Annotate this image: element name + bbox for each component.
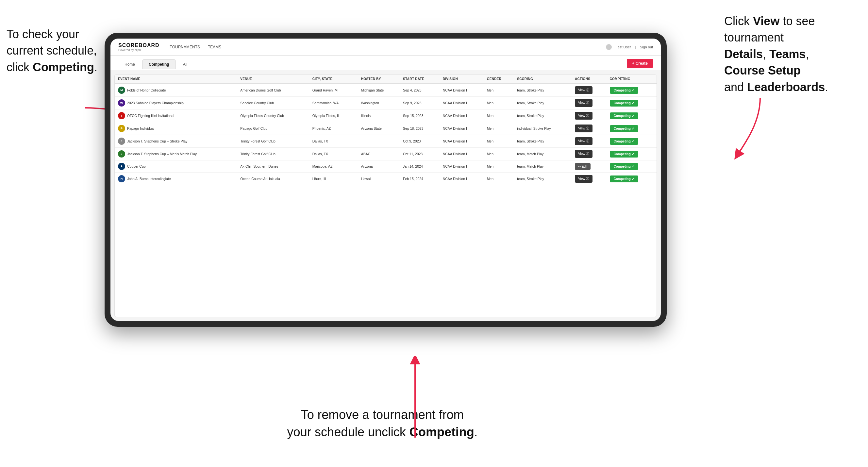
tablet-screen: SCOREBOARD Powered by clipd TOURNAMENTS …: [111, 38, 661, 321]
col-gender: GENDER: [484, 74, 514, 84]
start-date-cell: Sep 9, 2023: [400, 97, 439, 110]
competing-button[interactable]: Competing ✓: [610, 163, 638, 170]
signout-link[interactable]: Sign out: [640, 45, 653, 49]
division-cell: NCAA Division I: [439, 84, 484, 97]
competing-cell: Competing ✓: [607, 135, 656, 148]
hosted-by-cell: Arizona: [358, 160, 400, 173]
city-state-cell: Maricopa, AZ: [309, 160, 358, 173]
gender-cell: Men: [484, 135, 514, 148]
col-competing: COMPETING: [607, 74, 656, 84]
gender-cell: Men: [484, 148, 514, 160]
nav-links: TOURNAMENTS TEAMS: [170, 45, 606, 49]
competing-button[interactable]: Competing ✓: [610, 125, 638, 132]
actions-cell: View ⓘ: [571, 122, 607, 135]
view-button[interactable]: View ⓘ: [575, 150, 592, 158]
event-name-cell: W2023 Sahalee Players Championship: [115, 97, 237, 110]
edit-button[interactable]: ✏ Edit: [575, 163, 591, 170]
gender-cell: Men: [484, 97, 514, 110]
actions-cell: View ⓘ: [571, 110, 607, 122]
col-venue: VENUE: [237, 74, 309, 84]
view-button[interactable]: View ⓘ: [575, 137, 592, 145]
competing-cell: Competing ✓: [607, 173, 656, 185]
nav-tournaments[interactable]: TOURNAMENTS: [170, 45, 200, 49]
actions-cell: View ⓘ: [571, 97, 607, 110]
scoring-cell: team, Match Play: [514, 148, 571, 160]
competing-button[interactable]: Competing ✓: [610, 151, 638, 157]
competing-cell: Competing ✓: [607, 160, 656, 173]
start-date-cell: Sep 18, 2023: [400, 122, 439, 135]
scoring-cell: team, Stroke Play: [514, 84, 571, 97]
competing-button[interactable]: Competing ✓: [610, 113, 638, 119]
start-date-cell: Sep 4, 2023: [400, 84, 439, 97]
competing-cell: Competing ✓: [607, 110, 656, 122]
competing-cell: Competing ✓: [607, 84, 656, 97]
hosted-by-cell: Washington: [358, 97, 400, 110]
venue-cell: Papago Golf Club: [237, 122, 309, 135]
start-date-cell: Oct 11, 2023: [400, 148, 439, 160]
view-button[interactable]: View ⓘ: [575, 99, 592, 107]
table-row: ACopper CupAk-Chin Southern DunesMaricop…: [115, 160, 656, 173]
city-state-cell: Phoenix, AZ: [309, 122, 358, 135]
col-actions: ACTIONS: [571, 74, 607, 84]
hosted-by-cell: Michigan State: [358, 84, 400, 97]
event-name-cell: JJackson T. Stephens Cup – Stroke Play: [115, 135, 237, 148]
competing-button[interactable]: Competing ✓: [610, 100, 638, 106]
event-name-cell: ACopper Cup: [115, 160, 237, 173]
event-name-cell: JJackson T. Stephens Cup – Men's Match P…: [115, 148, 237, 160]
competing-button[interactable]: Competing ✓: [610, 87, 638, 94]
hosted-by-cell: [358, 135, 400, 148]
competing-cell: Competing ✓: [607, 97, 656, 110]
scoring-cell: team, Match Play: [514, 160, 571, 173]
tablet-frame: SCOREBOARD Powered by clipd TOURNAMENTS …: [104, 33, 667, 327]
event-name-cell: PPapago Individual: [115, 122, 237, 135]
event-name-cell: MFolds of Honor Collegiate: [115, 84, 237, 97]
table-row: MFolds of Honor CollegiateAmerican Dunes…: [115, 84, 656, 97]
start-date-cell: Sep 15, 2023: [400, 110, 439, 122]
gender-cell: Men: [484, 160, 514, 173]
scoring-cell: individual, Stroke Play: [514, 122, 571, 135]
scoring-cell: team, Stroke Play: [514, 110, 571, 122]
table-row: JJackson T. Stephens Cup – Men's Match P…: [115, 148, 656, 160]
city-state-cell: Sammamish, WA: [309, 97, 358, 110]
event-name-cell: HJohn A. Burns Intercollegiate: [115, 173, 237, 185]
gender-cell: Men: [484, 110, 514, 122]
view-button[interactable]: View ⓘ: [575, 175, 592, 183]
tab-all[interactable]: All: [177, 60, 193, 69]
actions-cell: View ⓘ: [571, 84, 607, 97]
hosted-by-cell: Arizona State: [358, 122, 400, 135]
hosted-by-cell: Hawaii: [358, 173, 400, 185]
gender-cell: Men: [484, 84, 514, 97]
tab-competing[interactable]: Competing: [143, 60, 176, 69]
nav-teams[interactable]: TEAMS: [208, 45, 221, 49]
view-button[interactable]: View ⓘ: [575, 112, 592, 120]
gender-cell: Men: [484, 122, 514, 135]
create-button[interactable]: + Create: [627, 59, 653, 68]
tab-bar: Home Competing All + Create: [111, 56, 661, 70]
hosted-by-cell: Illinois: [358, 110, 400, 122]
view-button[interactable]: View ⓘ: [575, 125, 592, 132]
venue-cell: Sahalee Country Club: [237, 97, 309, 110]
venue-cell: American Dunes Golf Club: [237, 84, 309, 97]
start-date-cell: Feb 15, 2024: [400, 173, 439, 185]
annotation-competing-bold: Competing: [33, 60, 94, 74]
division-cell: NCAA Division I: [439, 110, 484, 122]
col-start-date: START DATE: [400, 74, 439, 84]
brand-title: SCOREBOARD: [118, 42, 159, 49]
annotation-top-right: Click View to seetournamentDetails, Team…: [724, 13, 862, 95]
city-state-cell: Grand Haven, MI: [309, 84, 358, 97]
tournaments-table: EVENT NAME VENUE CITY, STATE HOSTED BY S…: [115, 74, 656, 185]
competing-button[interactable]: Competing ✓: [610, 176, 638, 182]
competing-button[interactable]: Competing ✓: [610, 138, 638, 145]
table-row: IOFCC Fighting Illini InvitationalOlympi…: [115, 110, 656, 122]
venue-cell: Trinity Forest Golf Club: [237, 148, 309, 160]
actions-cell: View ⓘ: [571, 135, 607, 148]
division-cell: NCAA Division I: [439, 160, 484, 173]
start-date-cell: Oct 9, 2023: [400, 135, 439, 148]
tab-home[interactable]: Home: [118, 60, 141, 69]
city-state-cell: Lihue, HI: [309, 173, 358, 185]
venue-cell: Olympia Fields Country Club: [237, 110, 309, 122]
tournaments-table-container: EVENT NAME VENUE CITY, STATE HOSTED BY S…: [114, 74, 657, 317]
scoring-cell: team, Stroke Play: [514, 173, 571, 185]
view-button[interactable]: View ⓘ: [575, 86, 592, 94]
brand-subtitle: Powered by clipd: [118, 49, 159, 52]
